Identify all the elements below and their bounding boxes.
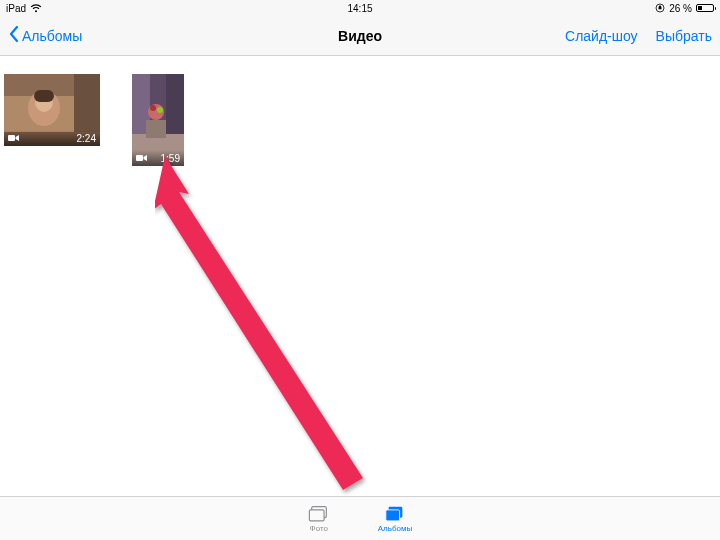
video-grid: 2:24 1:59: [0, 56, 720, 184]
svg-rect-8: [8, 135, 15, 141]
tab-bar: Фото Альбомы: [0, 496, 720, 540]
video-camera-icon: [8, 134, 19, 142]
status-left: iPad: [6, 3, 42, 14]
nav-actions: Слайд-шоу Выбрать: [565, 28, 712, 44]
select-button[interactable]: Выбрать: [656, 28, 712, 44]
back-button[interactable]: Альбомы: [8, 25, 82, 46]
nav-bar: Альбомы Видео Слайд-шоу Выбрать: [0, 16, 720, 56]
content-area: 2:24 1:59: [0, 56, 720, 496]
chevron-left-icon: [8, 25, 20, 46]
video-duration: 1:59: [161, 153, 180, 164]
svg-rect-19: [309, 509, 324, 520]
video-camera-icon: [136, 154, 147, 162]
video-thumbnail[interactable]: 2:24: [4, 74, 100, 146]
photos-stack-icon: [308, 505, 330, 523]
video-thumbnail[interactable]: 1:59: [132, 74, 184, 166]
back-label: Альбомы: [22, 28, 82, 44]
svg-rect-17: [136, 155, 143, 161]
battery-percent: 26 %: [669, 3, 692, 14]
wifi-icon: [30, 4, 42, 13]
svg-rect-16: [146, 120, 166, 138]
status-bar: iPad 14:15 26 %: [0, 0, 720, 16]
slideshow-button[interactable]: Слайд-шоу: [565, 28, 638, 44]
rotation-lock-icon: [655, 3, 665, 13]
tab-label: Фото: [310, 524, 328, 533]
svg-rect-6: [34, 90, 54, 102]
tab-photos[interactable]: Фото: [308, 505, 330, 533]
svg-point-15: [157, 107, 163, 113]
tab-albums[interactable]: Альбомы: [378, 505, 412, 533]
albums-stack-icon: [384, 505, 406, 523]
tab-label: Альбомы: [378, 524, 412, 533]
video-duration: 2:24: [77, 133, 96, 144]
annotation-arrow: [155, 156, 415, 496]
status-right: 26 %: [655, 3, 714, 14]
video-overlay: 1:59: [132, 150, 184, 166]
page-title: Видео: [338, 28, 382, 44]
battery-icon: [696, 4, 714, 12]
device-name: iPad: [6, 3, 26, 14]
status-time: 14:15: [347, 3, 372, 14]
video-overlay: 2:24: [4, 130, 100, 146]
svg-rect-21: [386, 509, 400, 520]
svg-point-14: [150, 105, 156, 111]
